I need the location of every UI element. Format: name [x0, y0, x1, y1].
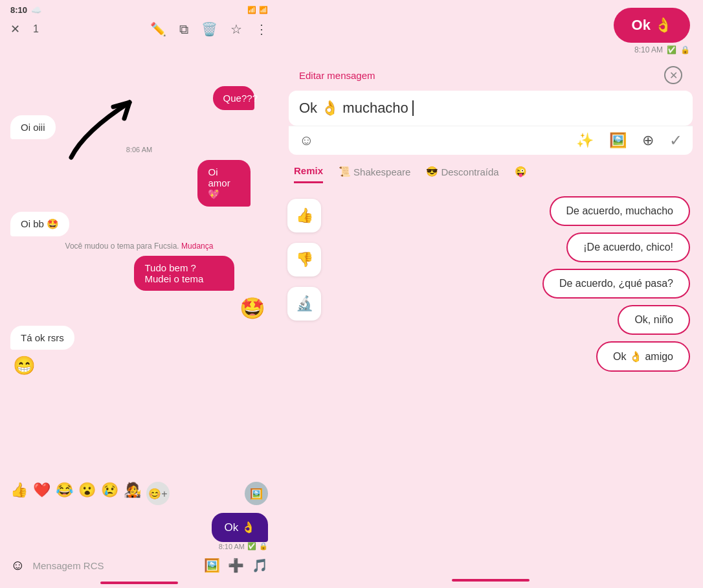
wow-emoji[interactable]: 😮 — [78, 482, 96, 505]
message-input[interactable]: Mensagem RCS — [32, 560, 196, 571]
emoji-image-button[interactable]: 🖼️ — [245, 482, 268, 505]
image-emoji-icon: 🖼️ — [250, 488, 263, 500]
remix-content: 👍 👎 🔬 De acuerdo, muchacho ¡De acuerdo, … — [278, 183, 703, 574]
lock-icon: 🔒 — [259, 542, 268, 550]
action-icons: ✏️ ⧉ 🗑️ ☆ ⋮ — [150, 21, 268, 37]
edit-input-text: Ok 👌 muchacho — [299, 100, 682, 117]
add-emoji-icon: 😊+ — [148, 488, 167, 500]
close-button[interactable]: ✕ — [10, 22, 20, 36]
add-emoji-button[interactable]: 😊+ — [146, 482, 170, 505]
more-icon[interactable]: ⋮ — [255, 21, 268, 37]
person-emoji[interactable]: 🧑‍🎤 — [124, 482, 141, 505]
edit-icon[interactable]: ✏️ — [150, 21, 166, 37]
media-toolbar-icon[interactable]: 🖼️ — [609, 132, 627, 149]
message-tudo-bem: Tudo bem ? Mudei o tema — [134, 256, 234, 291]
thumbs-up-button[interactable]: 👍 — [287, 199, 321, 232]
check-icon: ✅ — [667, 45, 676, 54]
audio-icon[interactable]: 🎵 — [252, 558, 268, 573]
right-header: Ok 👌 — [278, 0, 703, 45]
edit-close-button[interactable]: ✕ — [664, 66, 682, 84]
edit-bar: Editar mensagem ✕ — [289, 60, 693, 91]
cloud-icon: ☁️ — [31, 5, 41, 15]
selected-count: 1 — [33, 23, 137, 35]
more-tab-emoji: 😜 — [515, 166, 527, 177]
arrow-annotation — [58, 93, 149, 170]
left-panel: 8:10 ☁️ 📶 📶 ✕ 1 ✏️ ⧉ 🗑️ ☆ ⋮ Que??? — [0, 0, 278, 588]
tab-remix[interactable]: Remix — [294, 165, 323, 183]
message-ta-ok: Tá ok rsrs — [10, 326, 74, 350]
plus-icon[interactable]: ➕ — [228, 558, 244, 573]
copy-icon[interactable]: ⧉ — [179, 22, 188, 37]
lock-icon-right: 🔒 — [680, 45, 690, 54]
add-toolbar-icon[interactable]: ⊕ — [642, 132, 654, 149]
suggestion-2[interactable]: ¡De acuerdo, chico! — [566, 232, 690, 262]
confirm-edit-button[interactable]: ✓ — [669, 131, 682, 150]
right-bottom-line — [452, 579, 530, 582]
ok-message: Ok 👌 — [225, 521, 255, 534]
emoji-reactions: 👍 ❤️ 😂 😮 😢 🧑‍🎤 😊+ 🖼️ — [0, 477, 278, 510]
remix-tab-label: Remix — [294, 165, 323, 176]
shakespeare-emoji: 📜 — [339, 166, 351, 177]
ok-button-label: Ok 👌 — [632, 17, 672, 34]
text-cursor — [412, 100, 414, 116]
right-time: 8:10 AM — [634, 45, 663, 54]
star-icon[interactable]: ☆ — [230, 21, 242, 37]
remix-tabs: Remix 📜 Shakespeare 😎 Descontraída 😜 — [278, 160, 703, 183]
bottom-bar-line — [100, 582, 178, 584]
right-time-row: 8:10 AM ✅ 🔒 — [278, 45, 703, 60]
theme-notice: Você mudou o tema para Fucsia. Mudança — [10, 242, 268, 251]
heart-emoji[interactable]: ❤️ — [33, 482, 50, 505]
message-oi-oiii: Oi oiii — [10, 115, 56, 139]
message-oi-amor: Oi amor 💖 — [197, 160, 250, 207]
message-oi-bb: Oi bb 🤩 — [10, 212, 69, 236]
delete-icon[interactable]: 🗑️ — [201, 21, 218, 37]
left-actions: 👍 👎 🔬 — [278, 188, 330, 569]
lab-button[interactable]: 🔬 — [287, 287, 321, 321]
emoji-toolbar-icon[interactable]: ☺ — [299, 132, 313, 149]
thumbs-up-emoji[interactable]: 👍 — [10, 482, 28, 505]
emoji-reaction: 🤩 — [240, 297, 265, 320]
edit-label: Editar mensagem — [299, 70, 375, 81]
edit-input-area[interactable]: Ok 👌 muchacho — [289, 91, 693, 126]
tab-shakespeare[interactable]: 📜 Shakespeare — [339, 166, 410, 183]
theme-link[interactable]: Mudança — [181, 242, 213, 251]
ok-send-button[interactable]: Ok 👌 — [614, 8, 690, 43]
status-icons: 📶 📶 — [247, 6, 268, 14]
image-attach-icon[interactable]: 🖼️ — [204, 558, 220, 573]
status-time: 8:10 — [10, 5, 27, 15]
bottom-sent-message: Ok 👌 8:10 AM ✅ 🔒 — [0, 510, 278, 552]
status-bar: 8:10 ☁️ 📶 📶 — [0, 0, 278, 17]
tab-descontraida[interactable]: 😎 Descontraída — [426, 166, 498, 183]
edit-toolbar: ☺ ✨ 🖼️ ⊕ ✓ — [289, 126, 693, 155]
suggestion-5[interactable]: Ok 👌 amigo — [596, 341, 690, 372]
magic-wand-icon[interactable]: ✨ — [576, 132, 594, 149]
thumbs-down-button[interactable]: 👎 — [287, 243, 321, 277]
bottom-bar: ☺ Mensagem RCS 🖼️ ➕ 🎵 — [0, 552, 278, 582]
delivered-icon: ✅ — [247, 542, 256, 550]
message-que: Que??? — [213, 86, 254, 110]
chat-area: Que??? Oi oiii 8:06 AM Oi amor 💖 Oi bb 🤩… — [0, 41, 278, 477]
shakespeare-tab-label: Shakespeare — [353, 166, 410, 177]
signal-icon: 📶 — [259, 6, 268, 14]
wifi-icon: 📶 — [247, 6, 256, 14]
tab-more[interactable]: 😜 — [515, 166, 527, 183]
emoji-picker-button[interactable]: ☺ — [10, 557, 25, 574]
sad-emoji[interactable]: 😢 — [101, 482, 118, 505]
descontraida-emoji: 😎 — [426, 166, 438, 177]
suggestion-1[interactable]: De acuerdo, muchacho — [550, 196, 690, 226]
laugh-emoji[interactable]: 😂 — [56, 482, 73, 505]
ok-timestamp: 8:10 AM ✅ 🔒 — [219, 542, 268, 550]
action-bar: ✕ 1 ✏️ ⧉ 🗑️ ☆ ⋮ — [0, 17, 278, 41]
emoji-small: 😁 — [13, 356, 36, 376]
right-panel: Ok 👌 8:10 AM ✅ 🔒 Editar mensagem ✕ Ok 👌 … — [278, 0, 703, 588]
descontraida-tab-label: Descontraída — [441, 166, 498, 177]
suggestion-4[interactable]: Ok, niño — [618, 305, 690, 335]
suggestions-list: De acuerdo, muchacho ¡De acuerdo, chico!… — [330, 188, 703, 569]
suggestion-3[interactable]: De acuerdo, ¿qué pasa? — [542, 269, 690, 299]
